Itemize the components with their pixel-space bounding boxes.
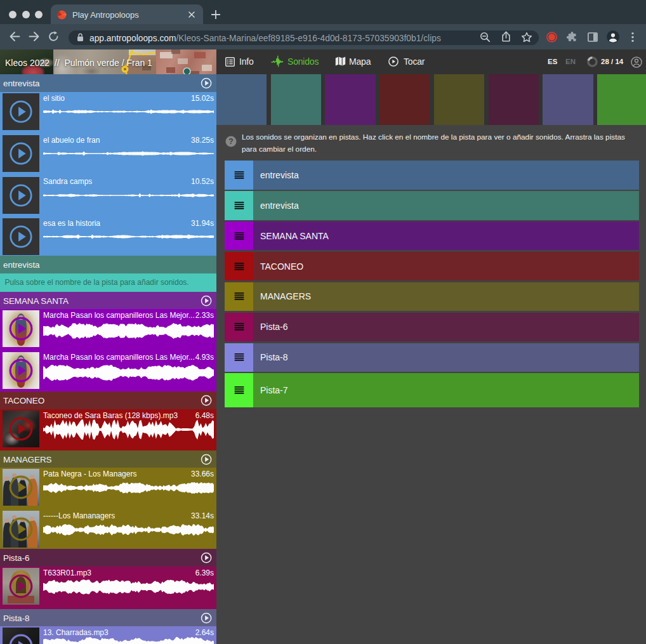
svg-text:?: ? <box>228 137 233 146</box>
